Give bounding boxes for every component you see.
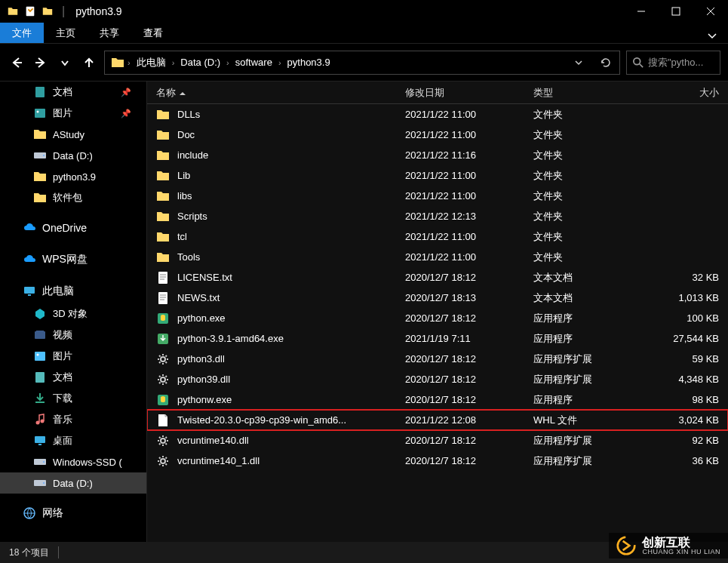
quick-doc-icon[interactable] [24, 5, 36, 17]
tab-share[interactable]: 共享 [88, 23, 131, 43]
recent-dropdown-icon[interactable] [56, 54, 74, 72]
search-input[interactable]: 搜索"pytho... [626, 51, 720, 75]
file-name: vcruntime140.dll [177, 435, 249, 446]
file-row[interactable]: tcl2021/1/22 11:00文件夹 [147, 226, 728, 247]
tab-file[interactable]: 文件 [0, 23, 44, 43]
file-date: 2021/1/22 11:00 [396, 231, 524, 242]
ribbon-expand-icon[interactable] [707, 29, 717, 42]
file-size: 98 KB [637, 394, 728, 405]
sidebar-quick-item[interactable]: 图片📌 [0, 103, 146, 124]
sidebar-quick-item[interactable]: 软件包 [0, 187, 146, 208]
file-date: 2020/12/7 18:13 [396, 292, 524, 303]
file-type: 文本文档 [524, 271, 637, 285]
file-row[interactable]: python.exe2020/12/7 18:12应用程序100 KB [147, 308, 728, 328]
svg-line-11 [640, 63, 643, 66]
file-type: 应用程序 [524, 332, 637, 346]
sidebar-thispc-item[interactable]: 音乐 [0, 409, 146, 430]
sidebar-thispc-item[interactable]: 文档 [0, 367, 146, 388]
svg-rect-15 [35, 331, 45, 339]
sidebar-thispc-item[interactable]: Data (D:) [0, 472, 146, 494]
crumb-thispc[interactable]: 此电脑 [134, 56, 169, 69]
sidebar-quick-item[interactable]: Data (D:) [0, 145, 146, 166]
file-row[interactable]: vcruntime140.dll2020/12/7 18:12应用程序扩展92 … [147, 430, 728, 451]
file-row[interactable]: vcruntime140_1.dll2020/12/7 18:12应用程序扩展3… [147, 451, 728, 471]
sidebar-quick-item[interactable]: python3.9 [0, 166, 146, 187]
sidebar-thispc[interactable]: 此电脑 [0, 279, 146, 303]
svg-rect-7 [672, 8, 680, 15]
file-list: 名称 修改日期 类型 大小 DLLs2021/1/22 11:00文件夹Doc2… [147, 82, 728, 542]
file-type: 文件夹 [524, 128, 637, 142]
address-dropdown-icon[interactable] [565, 51, 592, 74]
col-header-size[interactable]: 大小 [637, 86, 728, 100]
address-bar[interactable]: › 此电脑 › Data (D:) › software › python3.9 [104, 51, 620, 75]
file-size: 1,013 KB [637, 292, 728, 303]
file-row[interactable]: python-3.9.1-amd64.exe2021/1/19 7:11应用程序… [147, 328, 728, 349]
sidebar-item-label: Data (D:) [53, 478, 93, 489]
file-row[interactable]: DLLs2021/1/22 11:00文件夹 [147, 104, 728, 125]
titlebar-separator: | [62, 5, 65, 18]
file-name: vcruntime140_1.dll [177, 455, 260, 466]
file-size: 27,544 KB [637, 333, 728, 344]
file-row[interactable]: python39.dll2020/12/7 18:12应用程序扩展4,348 K… [147, 369, 728, 389]
quick-folder-icon[interactable] [41, 6, 54, 17]
file-row[interactable]: Tools2021/1/22 11:00文件夹 [147, 247, 728, 267]
file-date: 2021/1/22 11:16 [396, 149, 524, 161]
sidebar-item-label: OneDrive [42, 222, 87, 234]
tab-view[interactable]: 查看 [131, 23, 175, 43]
file-type: 文件夹 [524, 108, 637, 122]
svg-point-21 [41, 420, 45, 423]
file-date: 2020/12/7 18:12 [396, 455, 524, 466]
sidebar-item-label: 文档 [53, 371, 72, 384]
file-row[interactable]: Scripts2021/1/22 12:13文件夹 [147, 206, 728, 226]
sidebar-wps[interactable]: WPS网盘 [0, 248, 146, 272]
up-button[interactable] [80, 54, 98, 72]
sidebar-quick-item[interactable]: AStudy [0, 124, 146, 145]
address-folder-icon [111, 56, 124, 69]
maximize-button[interactable] [659, 0, 693, 23]
file-type: 应用程序扩展 [524, 352, 637, 366]
app-folder-icon [6, 6, 20, 17]
file-date: 2020/12/7 18:12 [396, 435, 524, 446]
sidebar-quick-item[interactable]: 文档📌 [0, 82, 146, 103]
file-row[interactable]: Doc2021/1/22 11:00文件夹 [147, 125, 728, 145]
col-header-date[interactable]: 修改日期 [396, 86, 524, 100]
file-row[interactable]: libs2021/1/22 11:00文件夹 [147, 186, 728, 206]
refresh-button[interactable] [592, 51, 619, 74]
file-type: 应用程序扩展 [524, 373, 637, 386]
file-type: 应用程序 [524, 312, 637, 325]
status-item-count: 18 个项目 [9, 546, 49, 559]
crumb-drive[interactable]: Data (D:) [177, 57, 223, 68]
chevron-right-icon: › [127, 58, 131, 67]
back-button[interactable] [8, 54, 26, 72]
sidebar-network[interactable]: 网络 [0, 501, 146, 525]
col-header-name[interactable]: 名称 [147, 86, 396, 100]
forward-button[interactable] [32, 54, 50, 72]
file-type: 文件夹 [524, 210, 637, 223]
file-row[interactable]: LICENSE.txt2020/12/7 18:12文本文档32 KB [147, 267, 728, 288]
file-row[interactable]: include2021/1/22 11:16文件夹 [147, 145, 728, 165]
crumb-software[interactable]: software [232, 57, 275, 68]
sidebar-thispc-item[interactable]: 图片 [0, 346, 146, 367]
sidebar-thispc-item[interactable]: 3D 对象 [0, 303, 146, 325]
tab-home[interactable]: 主页 [44, 23, 88, 43]
file-row[interactable]: pythonw.exe2020/12/7 18:12应用程序98 KB [147, 389, 728, 410]
close-button[interactable] [693, 0, 728, 23]
file-type: 应用程序 [524, 393, 637, 407]
sidebar-onedrive[interactable]: OneDrive [0, 216, 146, 240]
file-row[interactable]: Twisted-20.3.0-cp39-cp39-win_amd6...2021… [147, 410, 728, 430]
crumb-python[interactable]: python3.9 [284, 57, 333, 68]
file-date: 2021/1/22 11:00 [396, 251, 524, 263]
file-row[interactable]: NEWS.txt2020/12/7 18:13文本文档1,013 KB [147, 288, 728, 308]
sort-up-icon [179, 91, 186, 96]
col-header-type[interactable]: 类型 [524, 86, 637, 100]
sidebar-thispc-item[interactable]: 视频 [0, 325, 146, 346]
file-row[interactable]: python3.dll2020/12/7 18:12应用程序扩展59 KB [147, 349, 728, 369]
watermark-main: 创新互联 [642, 537, 720, 549]
sidebar-thispc-item[interactable]: Windows-SSD ( [0, 451, 146, 472]
watermark-sub: CHUANG XIN HU LIAN [642, 549, 720, 555]
file-row[interactable]: Lib2021/1/22 11:00文件夹 [147, 165, 728, 186]
file-type: 文件夹 [524, 230, 637, 244]
sidebar-thispc-item[interactable]: 桌面 [0, 430, 146, 451]
minimize-button[interactable] [624, 0, 659, 23]
sidebar-thispc-item[interactable]: 下载 [0, 388, 146, 409]
